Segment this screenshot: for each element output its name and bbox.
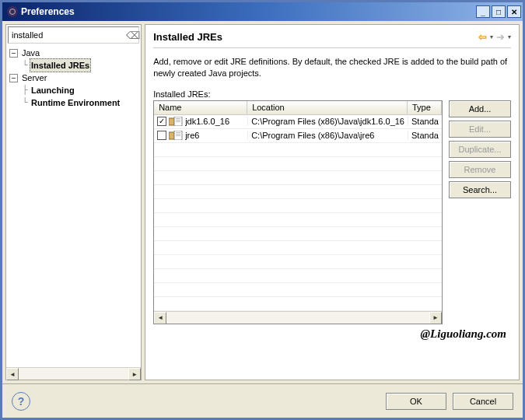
table-row xyxy=(154,227,442,241)
scroll-right-icon[interactable]: ► xyxy=(429,312,442,324)
table-row[interactable]: jre6C:\Program Files (x86)\Java\jre6Stan… xyxy=(154,129,442,143)
window-title: Preferences xyxy=(21,6,474,17)
dialog-button-bar: ? OK Cancel xyxy=(2,383,523,418)
content-pane: Installed JREs ⇦ ▾ ➔ ▾ Add, remove or ed… xyxy=(145,24,520,380)
tree-connector-icon: └ xyxy=(20,96,30,109)
jre-table[interactable]: Name Location Type ✓jdk1.6.0_16C:\Progra… xyxy=(153,100,443,324)
column-header-type[interactable]: Type xyxy=(408,101,442,114)
table-row xyxy=(154,143,442,157)
jre-location: C:\Program Files (x86)\Java\jre6 xyxy=(247,131,408,140)
scroll-right-icon[interactable]: ► xyxy=(128,368,141,380)
jre-name: jre6 xyxy=(185,131,199,140)
table-horizontal-scrollbar[interactable]: ◄ ► xyxy=(154,311,442,324)
help-icon[interactable]: ? xyxy=(12,392,30,411)
add-button[interactable]: Add... xyxy=(449,100,511,117)
filter-box: ⌫ xyxy=(8,26,139,44)
client-area: ⌫ − Java └ Installed JREs − Server xyxy=(2,21,523,418)
search-button[interactable]: Search... xyxy=(449,181,511,198)
table-row xyxy=(154,171,442,185)
edit-button[interactable]: Edit... xyxy=(449,121,511,138)
table-header: Name Location Type xyxy=(154,101,442,115)
tree-toggle-java[interactable]: − xyxy=(9,49,18,58)
table-label: Installed JREs: xyxy=(153,89,511,99)
scroll-left-icon[interactable]: ◄ xyxy=(154,312,166,324)
column-header-name[interactable]: Name xyxy=(154,101,247,114)
clear-filter-icon[interactable]: ⌫ xyxy=(126,30,138,41)
table-row xyxy=(154,283,442,297)
table-row xyxy=(154,157,442,171)
watermark-text: @Liguoliang.com xyxy=(153,324,511,341)
cancel-button[interactable]: Cancel xyxy=(453,393,513,410)
preferences-tree[interactable]: − Java └ Installed JREs − Server ├ Launc… xyxy=(6,45,141,367)
svg-rect-5 xyxy=(169,132,174,139)
jre-type: Standa xyxy=(408,117,442,126)
tree-horizontal-scrollbar[interactable]: ◄ ► xyxy=(6,367,141,380)
nav-tree-pane: ⌫ − Java └ Installed JREs − Server xyxy=(5,24,142,380)
jre-location: C:\Program Files (x86)\Java\jdk1.6.0_16 xyxy=(247,117,408,126)
table-row xyxy=(154,213,442,227)
tree-node-server[interactable]: Server xyxy=(20,72,48,84)
svg-rect-7 xyxy=(176,132,180,133)
jre-icon xyxy=(169,131,183,140)
table-row xyxy=(154,199,442,213)
preferences-window: Preferences _ □ ✕ ⌫ − Java └ Inst xyxy=(0,0,525,420)
jre-checkbox[interactable] xyxy=(157,131,166,140)
jre-button-column: Add... Edit... Duplicate... Remove Searc… xyxy=(449,100,511,324)
tree-connector-icon: ├ xyxy=(20,84,30,96)
svg-rect-8 xyxy=(176,134,180,135)
tree-connector-icon: └ xyxy=(20,59,30,72)
jre-name: jdk1.6.0_16 xyxy=(185,117,229,126)
svg-rect-0 xyxy=(169,118,174,125)
nav-forward-icon[interactable]: ➔ xyxy=(496,31,505,43)
table-row xyxy=(154,269,442,283)
jre-checkbox[interactable]: ✓ xyxy=(157,117,166,126)
titlebar[interactable]: Preferences _ □ ✕ xyxy=(2,2,523,21)
nav-back-icon[interactable]: ⇦ xyxy=(478,31,487,43)
svg-rect-9 xyxy=(176,135,180,136)
table-row xyxy=(154,255,442,269)
table-row xyxy=(154,185,442,199)
remove-button[interactable]: Remove xyxy=(449,161,511,178)
minimize-button[interactable]: _ xyxy=(476,5,490,18)
page-title: Installed JREs xyxy=(153,31,478,43)
nav-forward-menu-icon[interactable]: ▾ xyxy=(508,33,511,40)
nav-history: ⇦ ▾ ➔ ▾ xyxy=(478,31,511,43)
tree-node-installed-jres[interactable]: Installed JREs xyxy=(30,58,91,72)
close-button[interactable]: ✕ xyxy=(507,5,521,18)
duplicate-button[interactable]: Duplicate... xyxy=(449,141,511,158)
jre-type: Standa xyxy=(408,131,442,140)
table-row xyxy=(154,297,442,311)
tree-node-java[interactable]: Java xyxy=(20,47,41,59)
maximize-button[interactable]: □ xyxy=(492,5,506,18)
svg-rect-3 xyxy=(176,120,180,121)
svg-rect-2 xyxy=(176,118,180,119)
filter-input[interactable] xyxy=(9,29,126,41)
table-row[interactable]: ✓jdk1.6.0_16C:\Program Files (x86)\Java\… xyxy=(154,115,442,129)
jre-icon xyxy=(169,117,183,126)
svg-rect-4 xyxy=(176,121,180,122)
nav-back-menu-icon[interactable]: ▾ xyxy=(490,33,493,40)
tree-node-launching[interactable]: Launching xyxy=(30,84,76,96)
tree-node-runtime-env[interactable]: Runtime Environment xyxy=(30,96,121,109)
table-row xyxy=(154,241,442,255)
ok-button[interactable]: OK xyxy=(386,393,446,410)
page-description: Add, remove or edit JRE definitions. By … xyxy=(153,56,511,80)
tree-toggle-server[interactable]: − xyxy=(9,74,18,82)
scroll-left-icon[interactable]: ◄ xyxy=(6,368,19,380)
column-header-location[interactable]: Location xyxy=(247,101,408,114)
eclipse-app-icon xyxy=(7,6,18,17)
